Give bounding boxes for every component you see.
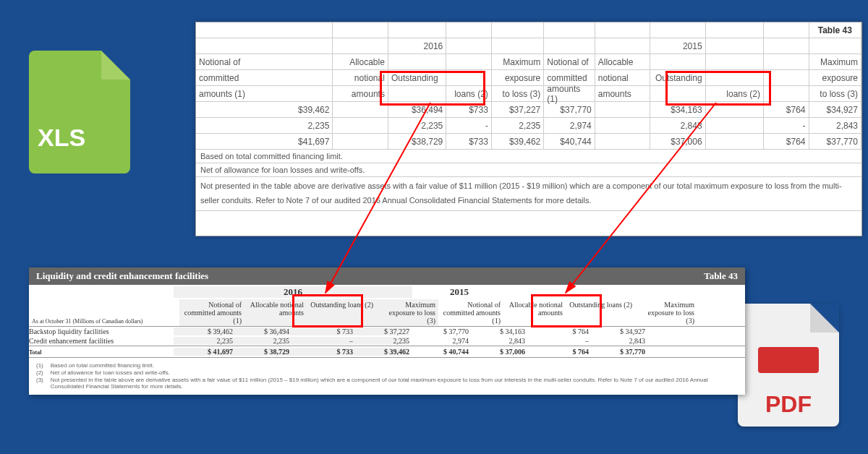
xls-icon: XLS <box>29 51 130 174</box>
pdf-label: PDF <box>745 391 832 418</box>
table-label: Table 43 <box>809 22 861 38</box>
table-total: Total $ 41,697$ 38,729$ 733$ 39,462 $ 40… <box>29 346 745 358</box>
pdf-table: Liquidity and credit enhancement facilit… <box>29 267 745 395</box>
table-row: Credit enhancement facilities 2,2352,235… <box>29 336 745 346</box>
table-row: Backstop liquidity facilities $ 39,462$ … <box>29 327 745 336</box>
note-1: Based on total committed financing limit… <box>196 150 861 163</box>
xls-label: XLS <box>38 124 85 152</box>
note-3: Not presented in the table above are der… <box>196 177 861 211</box>
table-title: Liquidity and credit enhancement facilit… <box>36 270 208 282</box>
pdf-icon: PDF <box>738 304 839 427</box>
xls-table: Table 43 20162015 Notional ofAllocableMa… <box>195 22 862 236</box>
footnotes: (1)Based on total committed financing li… <box>29 358 745 395</box>
table-label: Table 43 <box>704 270 738 282</box>
note-2: Net of allowance for loan losses and wri… <box>196 163 861 177</box>
